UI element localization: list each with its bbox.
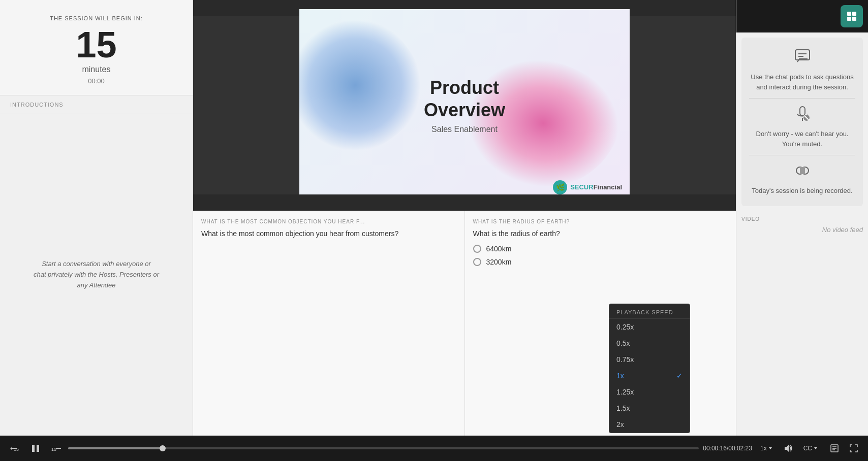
svg-rect-18 bbox=[37, 445, 39, 452]
slide-bottom-bar bbox=[193, 194, 736, 211]
session-countdown: THE SESSION WILL BEGIN IN: 15 minutes 00… bbox=[0, 0, 193, 95]
bottom-toolbar: ⟵ 15 15 ⟶ 00:00:16/00:02:23 1x bbox=[0, 436, 868, 461]
chat-placeholder: Start a conversation with everyone orcha… bbox=[34, 259, 159, 290]
right-sidebar: Use the chat pods to ask questionsand in… bbox=[736, 0, 868, 436]
playback-option-label: 1.25x bbox=[616, 388, 634, 396]
slide-content: ProductOverview Sales Enablement bbox=[424, 77, 505, 134]
svg-rect-0 bbox=[847, 12, 851, 16]
video-panel: VIDEO No video feed bbox=[736, 211, 868, 436]
chat-icon bbox=[793, 48, 812, 66]
playback-option-05[interactable]: 0.5x bbox=[609, 335, 690, 351]
playback-option-125[interactable]: 1.25x bbox=[609, 384, 690, 400]
countdown-number: 15 bbox=[10, 26, 182, 63]
poll-2-header: WHAT IS THE RADIUS OF EARTH? bbox=[473, 219, 728, 224]
video-label: VIDEO bbox=[741, 216, 863, 222]
right-sidebar-top bbox=[736, 0, 868, 32]
slide-title: ProductOverview bbox=[424, 77, 505, 120]
svg-rect-7 bbox=[800, 107, 805, 116]
playback-option-1x[interactable]: 1x ✓ bbox=[609, 368, 690, 384]
chat-info-text: Use the chat pods to ask questionsand in… bbox=[751, 72, 853, 92]
playback-speed-dropdown[interactable]: PLAYBACK SPEED 0.25x 0.5x 0.75x 1x ✓ 1.2… bbox=[609, 304, 690, 433]
slide-container: ProductOverview Sales Enablement 🌿 SECUR… bbox=[299, 9, 630, 202]
slide-logo-icon: 🌿 bbox=[553, 180, 567, 194]
svg-rect-2 bbox=[847, 17, 851, 21]
playback-option-label: 1.5x bbox=[616, 404, 630, 412]
session-time: 00:00 bbox=[10, 77, 182, 85]
progress-bar[interactable] bbox=[68, 447, 699, 449]
time-display: 00:00:16/00:02:23 bbox=[703, 445, 752, 452]
countdown-unit: minutes bbox=[10, 65, 182, 74]
playback-option-2x[interactable]: 2x bbox=[609, 416, 690, 433]
session-begin-label: THE SESSION WILL BEGIN IN: bbox=[10, 15, 182, 21]
info-divider-2 bbox=[749, 155, 855, 155]
progress-fill bbox=[68, 447, 163, 449]
poll-2-question: What is the radius of earth? bbox=[473, 229, 728, 238]
slide-subtitle: Sales Enablement bbox=[424, 125, 505, 134]
playback-option-label: 0.25x bbox=[616, 323, 634, 331]
fullscreen-button[interactable] bbox=[847, 441, 861, 455]
playback-option-label: 0.75x bbox=[616, 355, 634, 364]
poll-option-text-1: 6400km bbox=[486, 245, 512, 253]
slide-logo-text: SECURFinancial bbox=[570, 183, 622, 191]
poll-option-text-2: 3200km bbox=[486, 258, 512, 266]
ink-blue bbox=[299, 9, 440, 170]
content-area: THE SESSION WILL BEGIN IN: 15 minutes 00… bbox=[0, 0, 868, 436]
chat-area[interactable]: Start a conversation with everyone orcha… bbox=[0, 114, 193, 436]
progress-thumb bbox=[160, 445, 166, 451]
muted-info-text: Don't worry - we can't hear you.You're m… bbox=[756, 129, 849, 149]
slide-background: ProductOverview Sales Enablement 🌿 SECUR… bbox=[299, 9, 630, 202]
playback-option-075[interactable]: 0.75x bbox=[609, 351, 690, 368]
poll-radio-1[interactable] bbox=[473, 245, 481, 253]
no-video-text: No video feed bbox=[741, 226, 863, 234]
poll-radio-2[interactable] bbox=[473, 258, 481, 266]
playback-option-025[interactable]: 0.25x bbox=[609, 319, 690, 335]
svg-rect-3 bbox=[852, 17, 856, 21]
svg-text:15: 15 bbox=[14, 447, 19, 452]
left-sidebar: THE SESSION WILL BEGIN IN: 15 minutes 00… bbox=[0, 0, 193, 436]
volume-button[interactable] bbox=[781, 441, 795, 455]
cc-button[interactable]: CC bbox=[799, 443, 822, 454]
poll-2-option-1[interactable]: 6400km bbox=[473, 245, 728, 253]
poll-card-1: WHAT IS THE MOST COMMON OBJECTION YOU HE… bbox=[193, 211, 465, 436]
playback-option-label: 2x bbox=[616, 420, 624, 429]
info-card: Use the chat pods to ask questionsand in… bbox=[741, 38, 863, 206]
info-divider-1 bbox=[749, 98, 855, 98]
poll-1-header: WHAT IS THE MOST COMMON OBJECTION YOU HE… bbox=[201, 219, 456, 224]
svg-rect-14 bbox=[800, 167, 805, 174]
forward-button[interactable]: 15 ⟶ bbox=[48, 440, 64, 456]
playback-option-label: 0.5x bbox=[616, 339, 630, 347]
speed-label: 1x bbox=[760, 445, 767, 452]
app-icon-button[interactable] bbox=[841, 5, 863, 27]
recording-icon bbox=[793, 161, 812, 180]
svg-rect-1 bbox=[852, 12, 856, 16]
svg-text:⟶: ⟶ bbox=[55, 446, 61, 451]
playback-checkmark: ✓ bbox=[676, 372, 683, 380]
speed-button[interactable]: 1x bbox=[756, 443, 777, 454]
svg-rect-17 bbox=[32, 445, 35, 452]
slide-area: ProductOverview Sales Enablement 🌿 SECUR… bbox=[193, 0, 736, 211]
playback-speed-header: PLAYBACK SPEED bbox=[609, 304, 690, 319]
play-pause-button[interactable] bbox=[27, 440, 44, 456]
introductions-label: INTRODUCTIONS bbox=[0, 95, 193, 114]
slide-logo: 🌿 SECURFinancial bbox=[553, 180, 622, 194]
main-container: THE SESSION WILL BEGIN IN: 15 minutes 00… bbox=[0, 0, 868, 461]
cc-label: CC bbox=[803, 445, 812, 452]
transcript-button[interactable] bbox=[826, 440, 843, 456]
poll-1-question: What is the most common objection you he… bbox=[201, 229, 456, 238]
playback-option-15[interactable]: 1.5x bbox=[609, 400, 690, 416]
playback-option-label-active: 1x bbox=[616, 372, 624, 380]
muted-icon bbox=[793, 105, 812, 123]
poll-2-option-2[interactable]: 3200km bbox=[473, 258, 728, 266]
poll-card-2: WHAT IS THE RADIUS OF EARTH? What is the… bbox=[465, 211, 736, 436]
rewind-button[interactable]: ⟵ 15 bbox=[7, 440, 23, 456]
recording-info-text: Today's session is being recorded. bbox=[752, 186, 852, 196]
